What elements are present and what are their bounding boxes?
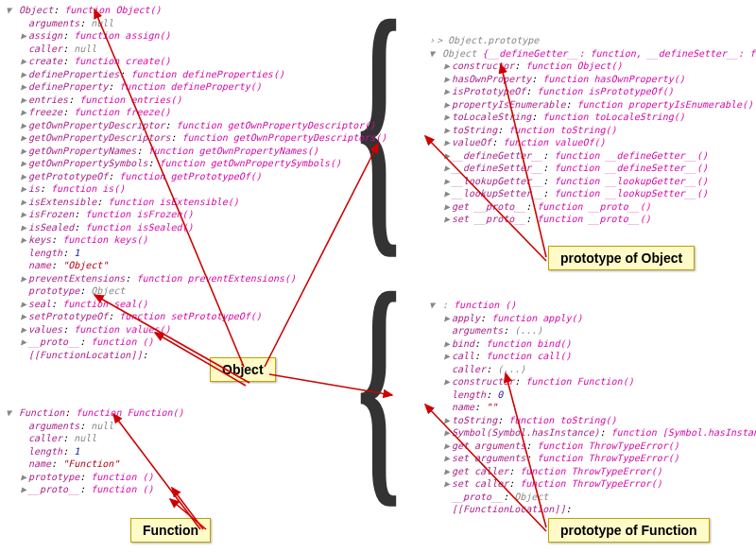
prop-row[interactable]: ▶set caller: function ThrowTypeError() bbox=[444, 477, 750, 491]
expand-icon[interactable]: ▶ bbox=[21, 94, 28, 107]
prop-row[interactable]: ▶get caller: function ThrowTypeError() bbox=[444, 465, 750, 478]
expand-icon[interactable]: ▶ bbox=[21, 106, 28, 119]
prop-row[interactable]: length: 1 bbox=[21, 247, 384, 260]
expand-icon[interactable]: ▶ bbox=[21, 196, 28, 209]
expand-icon[interactable]: ▶ bbox=[21, 208, 28, 221]
expand-icon[interactable]: ▶ bbox=[21, 80, 28, 94]
expand-icon[interactable]: ▶ bbox=[444, 213, 452, 226]
prop-row[interactable]: ▶isSealed: function isSealed() bbox=[21, 221, 384, 234]
prop-row[interactable]: ▶__lookupSetter__: function __lookupSett… bbox=[444, 187, 750, 200]
prop-row[interactable]: ▶constructor: function Object() bbox=[444, 60, 750, 73]
expand-icon[interactable]: ▶ bbox=[21, 272, 28, 285]
prop-row[interactable]: ▶preventExtensions: function preventExte… bbox=[21, 272, 384, 285]
expand-icon[interactable]: ▶ bbox=[444, 136, 452, 149]
proto-function-header[interactable]: ▼ : function () bbox=[429, 299, 750, 312]
prop-row[interactable]: name: "Function" bbox=[21, 457, 384, 471]
expand-icon[interactable]: ▶ bbox=[444, 426, 452, 440]
prop-row[interactable]: ▶__defineSetter__: function __defineSett… bbox=[444, 162, 750, 175]
expand-icon[interactable]: ▶ bbox=[444, 350, 452, 363]
expand-icon[interactable]: ▼ bbox=[6, 4, 13, 17]
prop-row[interactable]: ▶isFrozen: function isFrozen() bbox=[21, 208, 384, 221]
expand-icon[interactable]: ▶ bbox=[444, 312, 452, 325]
prop-row[interactable]: ▶toLocaleString: function toLocaleString… bbox=[444, 111, 750, 124]
expand-icon[interactable]: ▶ bbox=[21, 483, 28, 496]
prop-row[interactable]: ▶apply: function apply() bbox=[444, 312, 750, 325]
prop-row[interactable]: ▶__proto__: function () bbox=[21, 336, 384, 349]
expand-icon[interactable]: ▶ bbox=[21, 323, 28, 336]
expand-icon[interactable]: ▶ bbox=[21, 182, 28, 196]
prop-row[interactable]: ▶prototype: function () bbox=[21, 471, 384, 484]
expand-icon[interactable]: ▶ bbox=[444, 98, 452, 112]
expand-icon[interactable]: ▶ bbox=[21, 310, 28, 323]
expand-icon[interactable]: ▶ bbox=[444, 465, 452, 478]
expand-icon[interactable]: ▶ bbox=[21, 298, 28, 311]
expand-icon[interactable]: ▶ bbox=[444, 187, 452, 200]
expand-icon[interactable]: ▶ bbox=[444, 175, 452, 188]
prop-row[interactable]: ▶get __proto__: function __proto__() bbox=[444, 200, 750, 214]
prop-row[interactable]: arguments: null bbox=[21, 420, 384, 433]
prop-row[interactable]: ▶set __proto__: function __proto__() bbox=[444, 213, 750, 226]
object-header[interactable]: ▼ Object: function Object() bbox=[6, 4, 384, 17]
expand-icon[interactable]: ▶ bbox=[21, 233, 28, 247]
prop-row[interactable]: ▶constructor: function Function() bbox=[444, 375, 750, 388]
prop-row[interactable]: __proto__: Object bbox=[444, 491, 750, 504]
prop-row[interactable]: caller: (...) bbox=[444, 363, 750, 376]
expand-icon[interactable]: ▶ bbox=[21, 55, 28, 68]
expand-icon[interactable]: ▶ bbox=[21, 471, 28, 484]
prop-row[interactable]: ▶defineProperties: function defineProper… bbox=[21, 68, 384, 81]
prop-row[interactable]: ▶create: function create() bbox=[21, 55, 384, 68]
expand-icon[interactable]: ▶ bbox=[444, 414, 452, 427]
prop-row[interactable]: caller: null bbox=[21, 432, 384, 445]
prop-row[interactable]: arguments: (...) bbox=[444, 324, 750, 337]
expand-icon[interactable]: ▶ bbox=[444, 477, 452, 491]
prop-row[interactable]: prototype: Object bbox=[21, 285, 384, 298]
prop-row[interactable]: [[FunctionLocation]]: bbox=[444, 503, 750, 516]
expand-icon[interactable]: ▼ bbox=[429, 299, 437, 312]
expand-icon[interactable]: ▶ bbox=[444, 60, 452, 73]
prop-row[interactable]: ▶getOwnPropertyDescriptor: function getO… bbox=[21, 119, 384, 132]
expand-icon[interactable]: ▶ bbox=[21, 29, 28, 43]
prop-row[interactable]: ▶__defineGetter__: function __defineGett… bbox=[444, 149, 750, 163]
prop-row[interactable]: ▶defineProperty: function defineProperty… bbox=[21, 80, 384, 94]
prop-row[interactable]: ▶values: function values() bbox=[21, 323, 384, 336]
prop-row[interactable]: ▶toString: function toString() bbox=[444, 124, 750, 137]
expand-icon[interactable]: ▶ bbox=[21, 68, 28, 81]
prop-row[interactable]: ▶getOwnPropertyNames: function getOwnPro… bbox=[21, 145, 384, 158]
expand-icon[interactable]: ▶ bbox=[444, 85, 452, 98]
prop-row[interactable]: ▶toString: function toString() bbox=[444, 414, 750, 427]
proto-object-header[interactable]: ▼ Object {__defineGetter__: function, __… bbox=[429, 47, 750, 60]
prop-row[interactable]: ▶isExtensible: function isExtensible() bbox=[21, 196, 384, 209]
prop-row[interactable]: ▶getOwnPropertySymbols: function getOwnP… bbox=[21, 157, 384, 170]
prop-row[interactable]: name: "Object" bbox=[21, 259, 384, 272]
expand-icon[interactable]: ▶ bbox=[21, 131, 28, 145]
prop-row[interactable]: length: 1 bbox=[21, 445, 384, 458]
prop-row[interactable]: ▶hasOwnProperty: function hasOwnProperty… bbox=[444, 73, 750, 86]
expand-icon[interactable]: ▼ bbox=[429, 47, 437, 60]
expand-icon[interactable]: ▶ bbox=[21, 170, 28, 183]
expand-icon[interactable]: ▶ bbox=[444, 452, 452, 465]
prop-row[interactable]: ▶setPrototypeOf: function setPrototypeOf… bbox=[21, 310, 384, 323]
expand-icon[interactable]: ▶ bbox=[21, 145, 28, 158]
expand-icon[interactable]: ▶ bbox=[444, 149, 452, 163]
prop-row[interactable]: ▶entries: function entries() bbox=[21, 94, 384, 107]
prop-row[interactable]: ▶isPrototypeOf: function isPrototypeOf() bbox=[444, 85, 750, 98]
prop-row[interactable]: ▶get arguments: function ThrowTypeError(… bbox=[444, 440, 750, 453]
prop-row[interactable]: ▶assign: function assign() bbox=[21, 29, 384, 43]
expand-icon[interactable]: ▶ bbox=[444, 111, 452, 124]
prop-row[interactable]: ▶getPrototypeOf: function getPrototypeOf… bbox=[21, 170, 384, 183]
prop-row[interactable]: ▶Symbol(Symbol.hasInstance): function [S… bbox=[444, 426, 750, 440]
prop-row[interactable]: caller: null bbox=[21, 43, 384, 56]
prop-row[interactable]: ▶propertyIsEnumerable: function property… bbox=[444, 98, 750, 112]
expand-icon[interactable]: ▶ bbox=[444, 162, 452, 175]
prop-row[interactable]: ▶__proto__: function () bbox=[21, 483, 384, 496]
expand-icon[interactable]: ▶ bbox=[444, 375, 452, 388]
prop-row[interactable]: ▶valueOf: function valueOf() bbox=[444, 136, 750, 149]
function-header[interactable]: ▼ Function: function Function() bbox=[6, 406, 384, 420]
prop-row[interactable]: [[FunctionLocation]]: bbox=[21, 349, 384, 362]
prop-row[interactable]: ▶freeze: function freeze() bbox=[21, 106, 384, 119]
prop-row[interactable]: ▶bind: function bind() bbox=[444, 337, 750, 351]
expand-icon[interactable]: ▶ bbox=[444, 200, 452, 214]
expand-icon[interactable]: ▶ bbox=[444, 440, 452, 453]
prop-row[interactable]: ▶call: function call() bbox=[444, 350, 750, 363]
prop-row[interactable]: ▶seal: function seal() bbox=[21, 298, 384, 311]
